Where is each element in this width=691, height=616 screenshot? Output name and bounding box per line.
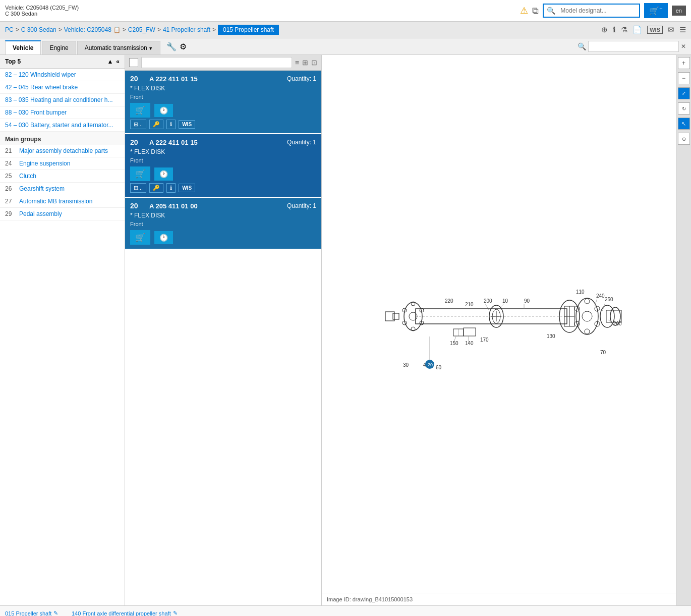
parts-toolbar: ≡ ⊞ ⊡ bbox=[125, 55, 321, 71]
thumbnail-bar: 015 Propeller shaft ✎ 140 Front axle dif… bbox=[0, 605, 691, 616]
thumb-label-0[interactable]: 015 Propeller shaft ✎ bbox=[5, 610, 66, 616]
bc-vehicle[interactable]: Vehicle: C205048 bbox=[64, 26, 111, 33]
group-item-25[interactable]: 25 Clutch bbox=[0, 170, 125, 183]
thumb-label-1[interactable]: 140 Front axle differential propeller sh… bbox=[72, 610, 178, 616]
svg-text:260: 260 bbox=[613, 321, 622, 326]
tab-bar: Vehicle Engine Automatic transmission ▼ … bbox=[0, 38, 691, 55]
group-item-26[interactable]: 26 Gearshift system bbox=[0, 183, 125, 195]
top5-header: Top 5 ▲ « bbox=[0, 55, 125, 69]
group-item-27[interactable]: 27 Automatic MB transmission bbox=[0, 195, 125, 208]
propeller-shaft-diagram: 260 250 240 110 70 10 200 210 220 30 40 … bbox=[375, 228, 622, 420]
svg-text:10: 10 bbox=[502, 298, 508, 304]
parts-table-icon[interactable]: ⊞ bbox=[302, 59, 308, 67]
thumb1-edit-icon: ✎ bbox=[173, 610, 178, 616]
svg-text:250: 250 bbox=[605, 297, 613, 302]
bc-pc[interactable]: PC bbox=[5, 26, 14, 33]
svg-text:20: 20 bbox=[428, 362, 433, 367]
svg-text:240: 240 bbox=[596, 293, 605, 299]
rt-rotate[interactable]: ↻ bbox=[678, 102, 690, 115]
part0-grid-btn[interactable]: ⊞... bbox=[130, 120, 146, 129]
part2-clock-btn[interactable]: 🕐 bbox=[154, 231, 173, 244]
rt-settings2[interactable]: ⊙ bbox=[678, 133, 690, 145]
bc-vehicle-icon: 📋 bbox=[113, 27, 121, 33]
part0-wis-btn[interactable]: WIS bbox=[179, 120, 195, 129]
doc-icon[interactable]: 📄 bbox=[632, 25, 642, 34]
svg-text:130: 130 bbox=[547, 333, 555, 339]
top5-item-3[interactable]: 88 – 030 Front bumper bbox=[0, 106, 125, 119]
alert-icon[interactable]: ⚠ bbox=[520, 5, 528, 16]
breadcrumb-nav: PC > C 300 Sedan > Vehicle: C205048 📋 > … bbox=[5, 25, 279, 35]
cart-button[interactable]: 🛒+ bbox=[644, 3, 667, 18]
vehicle-info: Vehicle: C205048 (C205_FW) C 300 Sedan bbox=[5, 5, 79, 17]
top5-label: Top 5 bbox=[5, 58, 21, 65]
copy-icon[interactable]: ⧉ bbox=[532, 6, 539, 16]
bc-model[interactable]: C 300 Sedan bbox=[21, 26, 56, 33]
part2-cart-btn[interactable]: 🛒 bbox=[130, 230, 150, 245]
info-icon[interactable]: ℹ bbox=[613, 25, 616, 34]
rt-zoom-out[interactable]: − bbox=[678, 72, 690, 84]
tab-auto-trans[interactable]: Automatic transmission ▼ bbox=[77, 41, 160, 54]
svg-text:220: 220 bbox=[445, 298, 453, 304]
svg-text:60: 60 bbox=[436, 365, 442, 370]
main-groups-title: Main groups bbox=[0, 132, 125, 145]
top5-double-left-icon[interactable]: « bbox=[116, 58, 120, 65]
header-search-input[interactable] bbox=[558, 5, 639, 16]
settings-icon: ⚙ bbox=[180, 42, 187, 51]
parts-panel: ≡ ⊞ ⊡ 20 A 222 411 01 15 Quantity: 1 * F… bbox=[125, 55, 322, 605]
tab-engine[interactable]: Engine bbox=[42, 41, 76, 54]
tab-search-input[interactable] bbox=[588, 41, 679, 52]
rt-zoom-in[interactable]: + bbox=[678, 57, 690, 69]
header-right: ⚠ ⧉ 🔍 🛒+ en bbox=[520, 3, 686, 18]
rt-cursor[interactable]: ↖ bbox=[678, 118, 690, 130]
part-checkbox[interactable] bbox=[129, 58, 138, 67]
top5-item-0[interactable]: 82 – 120 Windshield wiper bbox=[0, 69, 125, 81]
part0-cart-btn[interactable]: 🛒 bbox=[130, 103, 150, 118]
vehicle-line2: C 300 Sedan bbox=[5, 11, 79, 17]
part1-clock-btn[interactable]: 🕐 bbox=[154, 167, 173, 181]
bc-propshaft[interactable]: 41 Propeller shaft bbox=[163, 26, 210, 33]
group-item-24[interactable]: 24 Engine suspension bbox=[0, 157, 125, 170]
parts-list-icon[interactable]: ≡ bbox=[295, 59, 299, 67]
top5-item-2[interactable]: 83 – 035 Heating and air conditioner h..… bbox=[0, 94, 125, 106]
part1-info-btn[interactable]: ℹ bbox=[166, 183, 176, 193]
tab-vehicle[interactable]: Vehicle bbox=[5, 40, 41, 54]
parts-expand-icon[interactable]: ⊡ bbox=[311, 59, 317, 67]
part1-wis-btn[interactable]: WIS bbox=[179, 184, 195, 192]
group-item-29[interactable]: 29 Pedal assembly bbox=[0, 208, 125, 220]
top5-collapse-icon[interactable]: ▲ bbox=[107, 58, 113, 65]
header: Vehicle: C205048 (C205_FW) C 300 Sedan ⚠… bbox=[0, 0, 691, 22]
part1-key-btn[interactable]: 🔑 bbox=[149, 183, 163, 193]
group-item-21[interactable]: 21 Major assembly detachable parts bbox=[0, 145, 125, 157]
filter-icon[interactable]: ⚗ bbox=[621, 25, 627, 34]
part0-clock-btn[interactable]: 🕐 bbox=[154, 104, 173, 117]
tab-search-area: 🔍 ✕ bbox=[578, 41, 686, 52]
zoom-in-icon[interactable]: ⊕ bbox=[601, 25, 608, 34]
diagram-main: 260 250 240 110 70 10 200 210 220 30 40 … bbox=[322, 55, 676, 593]
svg-text:140: 140 bbox=[465, 341, 474, 346]
part0-key-btn[interactable]: 🔑 bbox=[149, 120, 163, 129]
thumb0-edit-icon: ✎ bbox=[53, 610, 58, 616]
bc-fw[interactable]: C205_FW bbox=[128, 26, 155, 33]
vehicle-line1: Vehicle: C205048 (C205_FW) bbox=[5, 5, 79, 11]
mail-icon[interactable]: ✉ bbox=[668, 25, 674, 34]
diagram-footer: Image ID: drawing_B41015000153 bbox=[322, 593, 676, 605]
top5-item-4[interactable]: 54 – 030 Battery, starter and alternator… bbox=[0, 119, 125, 132]
language-button[interactable]: en bbox=[672, 6, 686, 16]
header-search-icon: 🔍 bbox=[544, 5, 558, 17]
part1-grid-btn[interactable]: ⊞... bbox=[130, 183, 146, 193]
thumb-item-0: 015 Propeller shaft ✎ bbox=[5, 610, 66, 616]
part1-cart-btn[interactable]: 🛒 bbox=[130, 166, 150, 181]
rt-fit[interactable]: ⤢ bbox=[678, 87, 690, 99]
top5-item-1[interactable]: 42 – 045 Rear wheel brake bbox=[0, 81, 125, 94]
wis-icon[interactable]: WIS bbox=[647, 26, 663, 34]
parts-search-input[interactable] bbox=[141, 57, 292, 68]
svg-text:200: 200 bbox=[484, 298, 492, 304]
bc-current-dropdown[interactable]: 015 Propeller shaft bbox=[218, 25, 279, 35]
breadcrumb-tools: ⊕ ℹ ⚗ 📄 WIS ✉ ☰ bbox=[601, 25, 686, 34]
breadcrumb: PC > C 300 Sedan > Vehicle: C205048 📋 > … bbox=[0, 22, 691, 38]
svg-text:110: 110 bbox=[576, 289, 585, 295]
menu-icon[interactable]: ☰ bbox=[679, 25, 686, 34]
part0-info-btn[interactable]: ℹ bbox=[166, 120, 176, 129]
thumb-item-1: 140 Front axle differential propeller sh… bbox=[72, 610, 178, 616]
tab-search-clear[interactable]: ✕ bbox=[681, 43, 686, 50]
